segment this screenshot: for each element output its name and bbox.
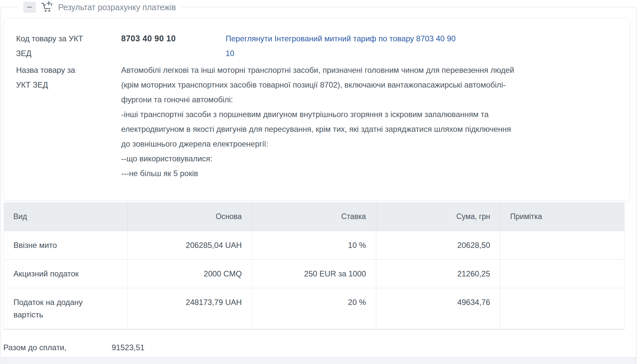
cell-amount: 21260,25: [376, 260, 500, 288]
column-header-type: Вид: [4, 202, 128, 231]
payments-table: Вид Основа Ставка Сума, грн Примітка Вві…: [3, 202, 625, 330]
cell-rate: 250 EUR за 1000: [252, 260, 376, 288]
cell-type: Ввізне мито: [4, 231, 128, 260]
product-info-card: Код товару за УКТ ЗЕД 8703 40 90 10 Пере…: [3, 18, 630, 201]
cell-type: Податок на додану вартість: [4, 288, 128, 330]
payments-result-panel: − Результат розрахунку платежів Код това…: [1, 7, 636, 364]
cell-note: [500, 231, 624, 260]
cell-amount: 49634,76: [376, 288, 500, 330]
product-code-row: Код товару за УКТ ЗЕД 8703 40 90 10 Пере…: [16, 31, 617, 61]
product-code-value: 8703 40 90 10: [121, 31, 226, 61]
column-header-note: Примітка: [500, 202, 624, 231]
product-code-label: Код товару за УКТ ЗЕД: [16, 31, 121, 61]
cell-type: Акцизний податок: [4, 260, 128, 288]
cell-rate: 20 %: [252, 288, 376, 330]
cart-plus-icon: [41, 1, 53, 14]
panel-title: Результат розрахунку платежів: [58, 3, 176, 12]
product-name-value: Автомобілі легкові та інші моторні транс…: [121, 63, 617, 181]
column-header-base: Основа: [128, 202, 252, 231]
cell-base: 248173,79 UAH: [128, 288, 252, 330]
product-name-label: Назва товару за УКТ ЗЕД: [16, 63, 121, 181]
panel-legend: − Результат розрахунку платежів: [18, 0, 181, 15]
cell-base: 206285,04 UAH: [128, 231, 252, 260]
cell-note: [500, 288, 624, 330]
cell-rate: 10 %: [252, 231, 376, 260]
cell-amount: 20628,50: [376, 231, 500, 260]
cell-base: 2000 CMQ: [128, 260, 252, 288]
collapse-button[interactable]: −: [23, 2, 36, 13]
column-header-rate: Ставка: [252, 202, 376, 231]
table-row-vat: Податок на додану вартість 248173,79 UAH…: [4, 288, 625, 330]
bottom-bar: [1, 357, 636, 364]
integrated-tariff-link[interactable]: Переглянути Інтегрований митний тариф по…: [226, 31, 462, 61]
table-row-import-duty: Ввізне мито 206285,04 UAH 10 % 20628,50: [4, 231, 625, 260]
table-row-excise-tax: Акцизний податок 2000 CMQ 250 EUR за 100…: [4, 260, 625, 288]
minus-icon: −: [27, 2, 33, 12]
payments-table-header-row: Вид Основа Ставка Сума, грн Примітка: [4, 202, 625, 231]
column-header-amount: Сума, грн: [376, 202, 500, 231]
product-name-row: Назва товару за УКТ ЗЕД Автомобілі легко…: [16, 63, 617, 181]
cell-note: [500, 260, 624, 288]
